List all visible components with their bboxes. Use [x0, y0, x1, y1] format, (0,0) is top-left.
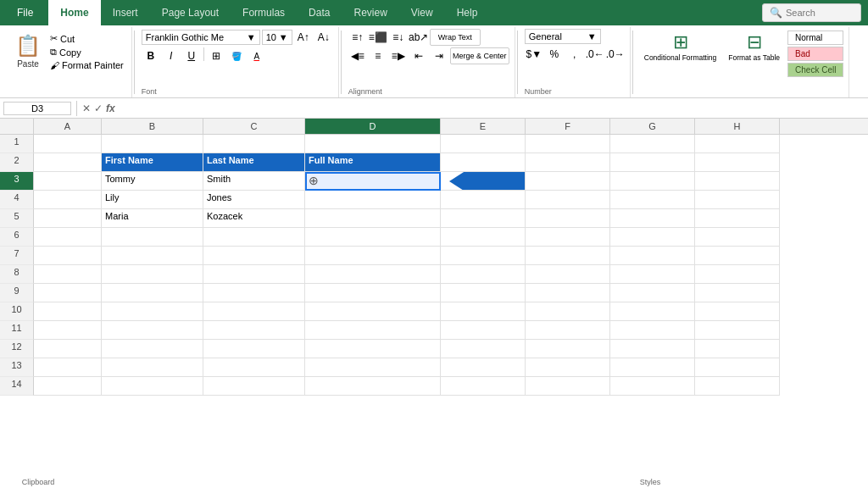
indent-increase-button[interactable]: ⇥ — [430, 47, 448, 64]
cell-g1[interactable] — [610, 135, 695, 153]
cell-b12[interactable] — [102, 340, 203, 358]
cell-d8[interactable] — [305, 265, 441, 284]
bad-style-button[interactable]: Bad — [787, 47, 843, 61]
cell-a4[interactable] — [34, 191, 102, 209]
cell-h10[interactable] — [695, 302, 780, 321]
cell-d11[interactable] — [305, 321, 441, 340]
check-cell-style-button[interactable]: Check Cell — [787, 63, 843, 77]
align-center-button[interactable]: ≡ — [369, 47, 387, 64]
cell-a13[interactable] — [34, 358, 102, 377]
cell-a2[interactable] — [34, 153, 102, 172]
search-bar[interactable]: 🔍 — [762, 3, 861, 22]
cell-e4[interactable] — [441, 191, 526, 209]
cell-c13[interactable] — [203, 358, 305, 377]
row-num-4[interactable]: 4 — [0, 191, 34, 209]
col-header-c[interactable]: C — [203, 119, 305, 134]
col-header-a[interactable]: A — [34, 119, 102, 134]
tab-formulas[interactable]: Formulas — [231, 0, 297, 25]
row-num-8[interactable]: 8 — [0, 265, 34, 284]
cell-f1[interactable] — [526, 135, 610, 153]
italic-button[interactable]: I — [162, 47, 181, 64]
cell-a14[interactable] — [34, 377, 102, 396]
cell-d7[interactable] — [305, 247, 441, 265]
cell-g12[interactable] — [610, 340, 695, 358]
cell-d14[interactable] — [305, 377, 441, 396]
row-num-6[interactable]: 6 — [0, 228, 34, 247]
cell-g5[interactable] — [610, 209, 695, 228]
cell-g14[interactable] — [610, 377, 695, 396]
col-header-b[interactable]: B — [102, 119, 203, 134]
row-num-12[interactable]: 12 — [0, 340, 34, 358]
cell-a9[interactable] — [34, 284, 102, 302]
underline-button[interactable]: U — [182, 47, 201, 64]
col-header-d[interactable]: D — [305, 119, 441, 134]
row-num-7[interactable]: 7 — [0, 247, 34, 265]
cell-b5[interactable]: Maria — [102, 209, 203, 228]
cell-g8[interactable] — [610, 265, 695, 284]
cell-b10[interactable] — [102, 302, 203, 321]
cell-b9[interactable] — [102, 284, 203, 302]
cell-g7[interactable] — [610, 247, 695, 265]
cell-a6[interactable] — [34, 228, 102, 247]
cell-a5[interactable] — [34, 209, 102, 228]
cell-b7[interactable] — [102, 247, 203, 265]
cell-d4[interactable] — [305, 191, 441, 209]
cell-h9[interactable] — [695, 284, 780, 302]
angle-text-button[interactable]: ab↗ — [409, 29, 428, 46]
increase-decimal-button[interactable]: .0→ — [606, 46, 625, 63]
cell-h1[interactable] — [695, 135, 780, 153]
cell-b11[interactable] — [102, 321, 203, 340]
cell-d13[interactable] — [305, 358, 441, 377]
cell-f8[interactable] — [526, 265, 610, 284]
font-family-selector[interactable]: Franklin Gothic Me ▼ — [142, 30, 260, 45]
font-color-button[interactable]: A — [248, 47, 266, 64]
cell-reference-input[interactable] — [3, 102, 71, 115]
cell-h8[interactable] — [695, 265, 780, 284]
cell-c1[interactable] — [203, 135, 305, 153]
cell-f4[interactable] — [526, 191, 610, 209]
cell-h14[interactable] — [695, 377, 780, 396]
font-size-selector[interactable]: 10 ▼ — [262, 30, 292, 45]
cell-g3[interactable] — [610, 172, 695, 191]
align-right-button[interactable]: ≡▶ — [389, 47, 408, 64]
cell-e2[interactable] — [441, 153, 526, 172]
cell-c2[interactable]: Last Name — [203, 153, 305, 172]
align-left-button[interactable]: ◀≡ — [348, 47, 367, 64]
cell-c7[interactable] — [203, 247, 305, 265]
row-num-9[interactable]: 9 — [0, 284, 34, 302]
tab-review[interactable]: Review — [342, 0, 398, 25]
cell-c11[interactable] — [203, 321, 305, 340]
wrap-text-button[interactable]: Wrap Text — [430, 29, 481, 46]
search-input[interactable] — [786, 8, 854, 18]
cell-f9[interactable] — [526, 284, 610, 302]
cell-e7[interactable] — [441, 247, 526, 265]
tab-view[interactable]: View — [399, 0, 445, 25]
cell-d2[interactable]: Full Name — [305, 153, 441, 172]
cell-a12[interactable] — [34, 340, 102, 358]
cell-e6[interactable] — [441, 228, 526, 247]
border-button[interactable]: ⊞ — [207, 47, 225, 64]
cell-d1[interactable] — [305, 135, 441, 153]
cell-h2[interactable] — [695, 153, 780, 172]
tab-help[interactable]: Help — [445, 0, 490, 25]
tab-file[interactable]: File — [2, 0, 48, 25]
col-header-e[interactable]: E — [441, 119, 526, 134]
cell-b3[interactable]: Tommy — [102, 172, 203, 191]
row-num-5[interactable]: 5 — [0, 209, 34, 228]
row-num-10[interactable]: 10 — [0, 302, 34, 321]
cell-e13[interactable] — [441, 358, 526, 377]
cell-d10[interactable] — [305, 302, 441, 321]
comma-button[interactable]: , — [565, 46, 584, 63]
cell-f10[interactable] — [526, 302, 610, 321]
cell-a3[interactable] — [34, 172, 102, 191]
align-center-top-button[interactable]: ≡⬛ — [369, 29, 387, 46]
cell-c6[interactable] — [203, 228, 305, 247]
cell-e8[interactable] — [441, 265, 526, 284]
cell-h7[interactable] — [695, 247, 780, 265]
cell-e14[interactable] — [441, 377, 526, 396]
cell-b13[interactable] — [102, 358, 203, 377]
cell-h6[interactable] — [695, 228, 780, 247]
cell-c10[interactable] — [203, 302, 305, 321]
format-as-table-button[interactable]: ⊟ Format as Table — [724, 29, 784, 64]
tab-home[interactable]: Home — [48, 0, 100, 25]
